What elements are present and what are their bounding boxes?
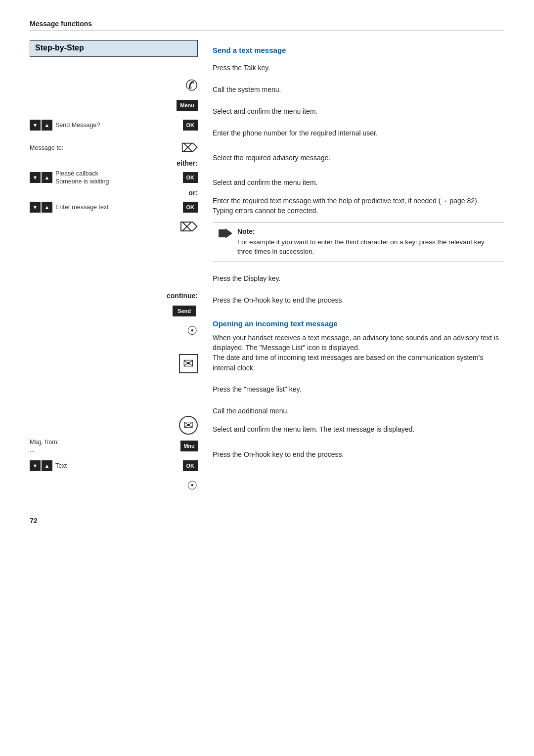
onhook-row2: ☉ bbox=[30, 477, 198, 494]
talk-key-icon: ✆ bbox=[173, 77, 198, 94]
msglist-row: ✉ bbox=[30, 416, 198, 435]
desc-msg-list-key: Press the "message list" key. bbox=[213, 381, 504, 398]
mnu-button[interactable]: Mnu bbox=[180, 441, 198, 451]
menu-button[interactable]: Menu bbox=[177, 100, 198, 111]
text-ok-row: ▼ ▲ Text OK bbox=[30, 457, 198, 474]
keypad-icon2: ⌦ bbox=[179, 220, 198, 235]
arrow-up-callback[interactable]: ▲ bbox=[42, 172, 52, 183]
ok-button-text[interactable]: OK bbox=[183, 460, 198, 471]
desc-press-display: Press the Display key. bbox=[213, 270, 504, 287]
step-by-step-title: Step-by-Step bbox=[35, 44, 84, 52]
onhook-icon2: ☉ bbox=[187, 479, 198, 492]
page-number: 72 bbox=[30, 517, 504, 525]
arrow-up-msg[interactable]: ▲ bbox=[42, 202, 52, 213]
envelope-icon: ✉ bbox=[179, 354, 198, 373]
desc-talk-key: Press the Talk key. bbox=[213, 59, 504, 76]
note-arrow-shape bbox=[219, 228, 232, 238]
onhook-row1: ☉ bbox=[30, 322, 198, 339]
desc-select-confirm: Select and confirm the menu item. bbox=[213, 103, 504, 120]
send-btn-row: Send bbox=[30, 303, 198, 319]
nav-arrows-text: ▼ ▲ bbox=[30, 460, 52, 471]
please-callback-label: Please callback Someone is waiting bbox=[55, 170, 181, 186]
arrow-up-text[interactable]: ▲ bbox=[42, 460, 52, 471]
keypad-row: ⌦ bbox=[30, 219, 198, 235]
desc-onhook1: Press the On-hook key to end the process… bbox=[213, 292, 504, 309]
msg-from-row: Msg. from: ... Mnu bbox=[30, 438, 198, 454]
right-column: Send a text message Press the Talk key. … bbox=[208, 40, 504, 468]
desc-msg-list-key-text: Press the "message list" key. bbox=[213, 384, 301, 394]
note-content: Note: For example if you want to enter t… bbox=[237, 227, 498, 257]
ok-button-callback[interactable]: OK bbox=[183, 172, 198, 183]
either-label-row: either: bbox=[30, 159, 198, 167]
header-title: Message functions bbox=[30, 20, 92, 28]
desc-select-advisory: Select the required advisory message. bbox=[213, 149, 504, 166]
note-box: Note: For example if you want to enter t… bbox=[213, 222, 504, 262]
envelope-row: ✉ bbox=[30, 354, 198, 373]
desc-enter-text-text: Enter the required text message with the… bbox=[213, 196, 479, 216]
desc-select-advisory-text: Select the required advisory message. bbox=[213, 153, 330, 163]
desc-select-text-text: Select and confirm the menu item. The te… bbox=[213, 424, 414, 434]
message-to-label: Message to: bbox=[30, 144, 181, 152]
desc-select-confirm2-text: Select and confirm the menu item. bbox=[213, 178, 317, 187]
text-label: Text bbox=[55, 462, 181, 470]
nav-arrows-callback: ▼ ▲ bbox=[30, 172, 52, 183]
nav-arrows-msg: ▼ ▲ bbox=[30, 202, 52, 213]
desc-incoming-text: When your handset receives a text messag… bbox=[213, 333, 504, 373]
or-label-row: or: bbox=[30, 189, 198, 197]
desc-call-additional: Call the additional menu. bbox=[213, 402, 504, 419]
nav-arrows-send: ▼ ▲ bbox=[30, 120, 52, 131]
desc-onhook1-text: Press the On-hook key to end the process… bbox=[213, 295, 344, 305]
left-column: Step-by-Step ✆ Menu ▼ ▲ Send Message? OK… bbox=[30, 40, 208, 497]
arrow-down-text[interactable]: ▼ bbox=[30, 460, 41, 471]
onhook-icon1: ☉ bbox=[187, 324, 198, 338]
or-label: or: bbox=[30, 189, 198, 197]
menu-btn-row: Menu bbox=[30, 97, 198, 114]
desc-call-menu-text: Call the system menu. bbox=[213, 85, 281, 94]
arrow-up-send[interactable]: ▲ bbox=[42, 120, 52, 131]
desc-call-menu: Call the system menu. bbox=[213, 81, 504, 98]
note-title: Note: bbox=[237, 227, 498, 235]
msg-from-label: Msg. from: ... bbox=[30, 438, 178, 454]
desc-enter-phone: Enter the phone number for the required … bbox=[213, 125, 504, 141]
either-label: either: bbox=[30, 159, 198, 167]
main-layout: Step-by-Step ✆ Menu ▼ ▲ Send Message? OK… bbox=[30, 40, 504, 497]
keypad-icon: ⌦ bbox=[181, 141, 198, 155]
desc-select-confirm2: Select and confirm the menu item. bbox=[213, 174, 504, 191]
arrow-down-msg[interactable]: ▼ bbox=[30, 202, 41, 213]
continue-label: continue: bbox=[30, 292, 198, 300]
desc-onhook2: Press the On-hook key to end the process… bbox=[213, 446, 504, 463]
send-text-title: Send a text message bbox=[213, 46, 504, 54]
ok-button-msg[interactable]: OK bbox=[183, 202, 198, 213]
desc-select-text: Select and confirm the menu item. The te… bbox=[213, 424, 504, 441]
send-button[interactable]: Send bbox=[173, 306, 196, 316]
desc-select-confirm-text: Select and confirm the menu item. bbox=[213, 106, 317, 116]
open-incoming-title: Opening an incoming text message bbox=[213, 319, 504, 328]
desc-incoming: When your handset receives a text messag… bbox=[213, 333, 504, 373]
incoming-spacer bbox=[30, 376, 198, 416]
note-spacer bbox=[30, 238, 198, 288]
desc-enter-phone-text: Enter the phone number for the required … bbox=[213, 128, 378, 138]
ok-button-send[interactable]: OK bbox=[183, 120, 198, 131]
enter-message-label: Enter message text bbox=[55, 203, 181, 211]
please-callback-row: ▼ ▲ Please callback Someone is waiting O… bbox=[30, 169, 198, 186]
send-message-row: ▼ ▲ Send Message? OK bbox=[30, 117, 198, 133]
note-arrow-icon bbox=[219, 227, 232, 238]
talk-key-row: ✆ bbox=[30, 77, 198, 94]
page-header: Message functions bbox=[30, 20, 504, 31]
enter-message-row: ▼ ▲ Enter message text OK bbox=[30, 199, 198, 216]
msglist-icon: ✉ bbox=[179, 416, 198, 435]
message-to-row: Message to: ⌦ bbox=[30, 139, 198, 156]
arrow-down-send[interactable]: ▼ bbox=[30, 120, 41, 131]
arrow-down-callback[interactable]: ▼ bbox=[30, 172, 41, 183]
note-text: For example if you want to enter the thi… bbox=[237, 237, 498, 257]
desc-onhook2-text: Press the On-hook key to end the process… bbox=[213, 449, 344, 459]
step-by-step-box: Step-by-Step bbox=[30, 40, 198, 57]
desc-enter-text: Enter the required text message with the… bbox=[213, 196, 504, 216]
desc-press-display-text: Press the Display key. bbox=[213, 273, 280, 283]
desc-call-additional-text: Call the additional menu. bbox=[213, 406, 289, 416]
send-message-label: Send Message? bbox=[55, 121, 181, 129]
continue-label-row: continue: bbox=[30, 292, 198, 300]
desc-talk-key-text: Press the Talk key. bbox=[213, 63, 270, 73]
